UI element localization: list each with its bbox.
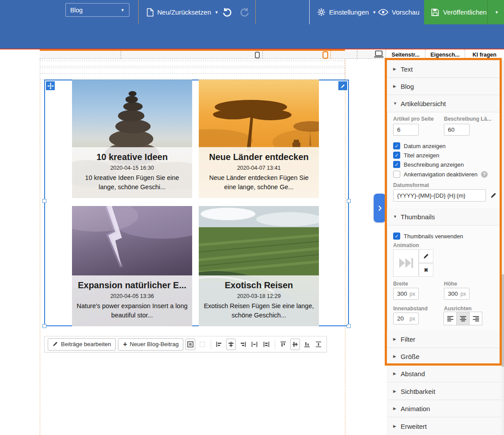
edit-dateformat-button[interactable] <box>489 191 498 200</box>
desc-length-field[interactable] <box>444 124 470 136</box>
panel-section-blog[interactable]: ▶ Blog <box>387 78 502 95</box>
resize-handle-bottom-right[interactable] <box>347 324 351 328</box>
fit-width-button[interactable] <box>250 339 259 350</box>
empty-content-row[interactable] <box>40 61 345 66</box>
align-text-center-button[interactable] <box>456 312 470 325</box>
breakpoint-ruler[interactable] <box>40 51 385 59</box>
panel-section-sichtbarkeit[interactable]: ▶ Sichtbarkeit <box>387 383 502 400</box>
website-editor: { "colors": { "topbar_blue": "#3b69b0", … <box>0 0 504 435</box>
align-right-button[interactable] <box>238 339 248 350</box>
panel-scrollbar-thumb[interactable] <box>502 274 504 367</box>
post-title[interactable]: Exotisch Reisen <box>201 279 316 291</box>
use-thumbnails-checkbox[interactable]: ✓ <box>393 233 400 240</box>
dateformat-input[interactable] <box>394 190 485 201</box>
panel-section-animation[interactable]: ▶ Animation <box>387 400 502 417</box>
new-reset-dropdown[interactable]: Neu/Zurücksetzen ▼ <box>147 0 219 24</box>
new-blog-post-button[interactable]: + Neuer Blog-Beitrag <box>118 338 183 351</box>
align-left-icon <box>216 341 223 348</box>
undo-button[interactable] <box>221 6 233 19</box>
padding-input[interactable] <box>394 315 409 322</box>
empty-content-row[interactable] <box>40 68 345 74</box>
phone-breakpoint-icon[interactable] <box>255 52 260 58</box>
align-top-button[interactable] <box>279 339 288 350</box>
show-title-checkbox-row[interactable]: ✓ Titel anzeigen <box>393 152 439 159</box>
tablet-breakpoint-icon-active[interactable] <box>322 51 328 59</box>
tab-eigenschaften[interactable]: Eigensch... <box>425 50 465 60</box>
collapse-panel-button[interactable] <box>374 194 386 222</box>
disable-anchor-nav-checkbox[interactable] <box>393 171 400 178</box>
edit-block-button[interactable] <box>338 81 347 90</box>
post-title[interactable]: Neue Länder entdecken <box>201 151 316 163</box>
post-title[interactable]: 10 kreative Ideen <box>75 151 189 163</box>
per-page-input[interactable] <box>394 126 409 133</box>
height-input[interactable] <box>444 290 459 297</box>
width-input[interactable] <box>394 290 409 297</box>
topbar-divider <box>138 0 139 24</box>
panel-section-text[interactable]: ▶ Text <box>387 61 502 78</box>
dateformat-field[interactable] <box>393 189 486 202</box>
padding-field[interactable]: px <box>393 313 419 324</box>
tab-seitenstruktur[interactable]: Seitenstr... <box>386 50 425 60</box>
panel-section-thumbnails[interactable]: ▼ Thumbnails <box>387 208 502 225</box>
center-horizontal-button[interactable] <box>226 339 236 350</box>
show-title-checkbox[interactable]: ✓ <box>393 152 400 159</box>
show-description-checkbox[interactable]: ✓ <box>393 161 400 168</box>
desc-length-input[interactable] <box>444 126 459 133</box>
resize-handle-left[interactable] <box>42 199 46 203</box>
disable-anchor-nav-checkbox-row[interactable]: Ankernavigation deaktivieren ? <box>393 171 488 178</box>
block-background-button[interactable] <box>186 339 195 350</box>
panel-section-abstand[interactable]: ▶ Abstand <box>387 365 502 382</box>
post-text-overlay: 10 kreative Ideen 2020-04-15 16:30 10 kr… <box>72 147 192 198</box>
align-text-right-button[interactable] <box>469 312 482 325</box>
remove-animation-button[interactable]: ✖ <box>419 263 433 277</box>
align-left-button[interactable] <box>214 339 224 350</box>
move-handle[interactable] <box>46 81 55 90</box>
panel-section-groesse[interactable]: ▶ Größe <box>387 348 502 365</box>
align-label: Ausrichten <box>444 305 472 312</box>
align-bottom-button[interactable] <box>302 339 312 350</box>
redo-button-disabled[interactable] <box>239 6 251 19</box>
move-icon <box>47 83 54 89</box>
panel-section-filter[interactable]: ▶ Filter <box>387 331 502 348</box>
toolbar-divider <box>211 340 211 349</box>
chevron-right-icon <box>376 205 383 212</box>
help-icon[interactable]: ? <box>481 171 488 178</box>
preview-button[interactable]: Vorschau <box>378 0 420 24</box>
height-field[interactable]: px <box>444 288 470 300</box>
desktop-device-icon[interactable] <box>374 50 384 58</box>
settings-dropdown[interactable]: Einstellungen ▼ <box>317 0 376 24</box>
publish-button[interactable]: Veröffentlichen ▼ <box>424 0 504 24</box>
resize-handle-right[interactable] <box>347 199 351 203</box>
align-button-group <box>444 312 482 325</box>
center-vertical-button[interactable] <box>290 339 300 350</box>
edit-animation-button[interactable] <box>419 249 433 263</box>
edit-posts-button[interactable]: Beiträge bearbeiten <box>48 338 116 351</box>
blog-post-card[interactable]: Neue Länder entdecken 2020-04-07 13:41 N… <box>199 80 319 198</box>
stretch-height-icon <box>315 341 322 348</box>
selected-blog-overview-block[interactable]: 10 kreative Ideen 2020-04-15 16:30 10 kr… <box>44 80 349 326</box>
show-date-checkbox-row[interactable]: ✓ Datum anzeigen <box>393 142 446 149</box>
blog-post-card[interactable]: 10 kreative Ideen 2020-04-15 16:30 10 kr… <box>72 80 192 198</box>
show-description-checkbox-row[interactable]: ✓ Beschreibung anzeigen <box>393 161 464 168</box>
page-selector-dropdown[interactable]: Blog ▼ <box>65 3 129 17</box>
publish-dropdown-arrow[interactable]: ▼ <box>495 10 499 15</box>
block-transparent-button[interactable] <box>197 339 207 350</box>
use-thumbnails-checkbox-row[interactable]: ✓ Thumbnails verwenden <box>393 233 463 240</box>
panel-section-artikeluebersicht[interactable]: ▼ Artikelübersicht <box>387 95 502 112</box>
show-date-checkbox[interactable]: ✓ <box>393 142 400 149</box>
width-field[interactable]: px <box>393 288 419 300</box>
panel-section-erweitert[interactable]: ▶ Erweitert <box>387 417 502 435</box>
per-page-label: Artikel pro Seite <box>393 116 434 122</box>
tab-ki-fragen[interactable]: KI fragen <box>465 50 504 60</box>
resize-handle-bottom-left[interactable] <box>42 324 46 328</box>
check-icon: ✓ <box>394 144 398 149</box>
blog-post-card[interactable]: Exotisch Reisen 2020-03-18 12:29 Exotisc… <box>199 206 319 326</box>
align-text-left-button[interactable] <box>443 312 457 325</box>
animation-preview[interactable] <box>393 249 419 277</box>
stretch-height-button[interactable] <box>314 339 323 350</box>
empty-content-row[interactable] <box>40 73 345 80</box>
blog-post-card[interactable]: Expansion natürlicher E... 2020-04-05 13… <box>72 206 192 326</box>
per-page-field[interactable] <box>393 124 419 136</box>
post-title[interactable]: Expansion natürlicher E... <box>75 279 189 291</box>
stretch-width-button[interactable] <box>261 339 271 350</box>
